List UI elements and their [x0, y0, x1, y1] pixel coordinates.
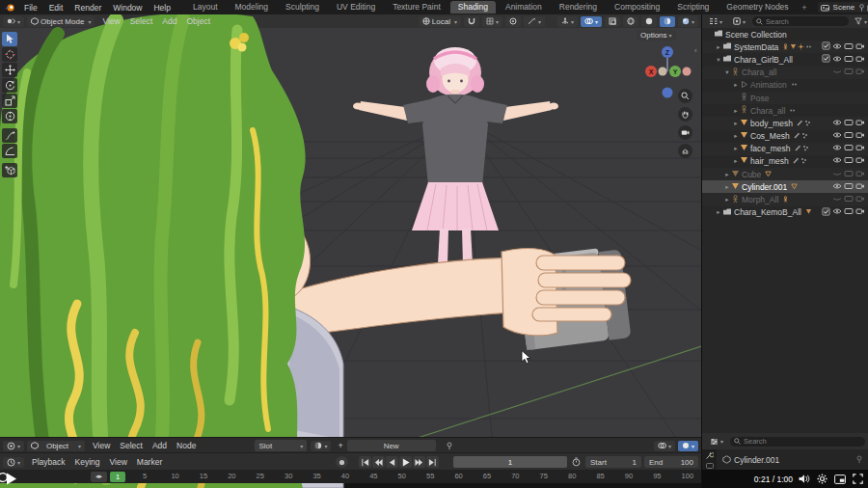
shader-preview-dropdown[interactable]: ▾ — [678, 441, 698, 451]
expand-chevron[interactable]: ▸ — [723, 183, 731, 191]
properties-search-input[interactable]: Search — [730, 437, 865, 447]
tab-compositing[interactable]: Compositing — [607, 1, 667, 14]
camera-toggle[interactable] — [855, 156, 865, 166]
jump-end-button[interactable] — [426, 456, 439, 468]
camera-toggle[interactable] — [855, 55, 865, 65]
outliner-row-chara-girlb-all[interactable]: ▾Chara_GirlB_All — [702, 53, 868, 66]
camera-toggle[interactable] — [855, 195, 865, 204]
tab-sculpting[interactable]: Sculpting — [278, 1, 327, 14]
tool-tab-icon[interactable] — [705, 451, 714, 460]
camera-toggle[interactable] — [855, 119, 865, 128]
tab-uv-editing[interactable]: UV Editing — [329, 1, 383, 14]
expand-chevron[interactable]: ▸ — [723, 171, 731, 178]
jump-start-button[interactable] — [359, 456, 371, 468]
outliner-row-body-mesh[interactable]: ▸body_mesh — [702, 117, 868, 129]
camera-toggle[interactable] — [855, 131, 865, 141]
move-tool[interactable] — [2, 63, 17, 77]
outliner-row-cos-mesh[interactable]: ▸Cos_Mesh — [702, 130, 868, 143]
screen-toggle[interactable] — [844, 207, 854, 217]
camera-view-icon[interactable] — [678, 125, 692, 140]
tab-rendering[interactable]: Rendering — [552, 1, 605, 14]
material-slot-dropdown[interactable]: Slot▾ — [255, 440, 307, 451]
measure-tool[interactable] — [2, 144, 17, 158]
tab-shading[interactable]: Shading — [450, 1, 496, 14]
outliner-row-chara-kemob-all[interactable]: ▸Chara_KemoB_All — [702, 206, 868, 219]
blender-logo-icon[interactable] — [4, 3, 15, 13]
expand-chevron[interactable]: ▸ — [732, 81, 740, 89]
camera-toggle[interactable] — [855, 170, 865, 179]
outliner-row-cylinder-001[interactable]: ▸Cylinder.001 — [702, 180, 868, 193]
filter-dropdown[interactable]: ▾ — [851, 16, 868, 27]
mode-dropdown[interactable]: Object Mode▾ — [27, 16, 95, 27]
outliner-display-mode-dropdown[interactable]: ▾ — [729, 16, 749, 27]
zoom-icon[interactable] — [678, 89, 692, 103]
outliner-row-hair-mesh[interactable]: ▸hair_mesh — [702, 155, 868, 168]
orthographic-grid-icon[interactable] — [678, 144, 692, 158]
current-frame-marker[interactable]: 1 — [110, 472, 125, 482]
sidebar-toggle-arrow[interactable]: ‹ — [694, 46, 697, 55]
options-dropdown[interactable]: Options▾ — [637, 30, 676, 41]
eye-closed-toggle[interactable] — [832, 68, 842, 77]
pin-material-icon[interactable] — [446, 442, 453, 450]
shading-solid-button[interactable] — [641, 16, 657, 27]
expand-chevron[interactable]: ▾ — [715, 56, 722, 64]
eye-toggle[interactable] — [832, 182, 842, 192]
shading-material-button[interactable] — [660, 16, 675, 27]
eye-toggle[interactable] — [832, 55, 842, 65]
expand-chevron[interactable]: ▸ — [723, 196, 731, 203]
scene-selector[interactable]: Scene × — [818, 2, 868, 13]
timeline-menu-marker[interactable]: Marker — [132, 457, 167, 467]
jump-keyframes-button[interactable]: ◂▸ — [91, 472, 107, 482]
tab-scripting[interactable]: Scripting — [669, 1, 717, 14]
overlays-dropdown[interactable]: ▾ — [581, 16, 602, 27]
eye-toggle[interactable] — [832, 144, 842, 153]
breadcrumb[interactable]: Cylinder.001 — [734, 455, 779, 465]
outliner-row-scene-collection[interactable]: Scene Collection — [702, 28, 868, 41]
eye-toggle[interactable] — [832, 207, 842, 217]
menu-window[interactable]: Window — [107, 3, 148, 13]
3d-viewport[interactable] — [0, 28, 701, 437]
stopwatch-icon[interactable] — [572, 457, 581, 467]
tab-geometry-nodes[interactable]: Geometry Nodes — [719, 1, 796, 14]
outliner-row-cube[interactable]: ▸Cube — [702, 168, 868, 180]
material-browse-dropdown[interactable]: ▾ — [311, 441, 331, 451]
add-workspace-button[interactable]: + — [798, 3, 812, 13]
outliner-row-systemdata[interactable]: ▸SystemData — [702, 41, 868, 53]
eye-toggle[interactable] — [832, 131, 842, 141]
snap-magnet-toggle[interactable] — [464, 16, 479, 27]
eye-closed-toggle[interactable] — [832, 195, 842, 204]
expand-chevron[interactable]: ▸ — [715, 208, 722, 216]
camera-toggle[interactable] — [855, 182, 865, 192]
volume-icon[interactable] — [799, 474, 810, 484]
properties-editor-type-dropdown[interactable]: ▾ — [706, 436, 727, 447]
fullscreen-icon[interactable] — [853, 474, 863, 484]
timeline-ruler[interactable]: ◂▸ 1 51015202530354045505560657075808590… — [0, 470, 701, 483]
expand-chevron[interactable]: ▸ — [732, 157, 740, 165]
shading-rendered-button[interactable]: ▾ — [678, 16, 698, 27]
screen-toggle[interactable] — [844, 119, 854, 128]
eye-toggle[interactable] — [832, 119, 842, 128]
screen-toggle[interactable] — [844, 131, 854, 141]
shader-menu-view[interactable]: View — [88, 441, 115, 450]
shader-menu-add[interactable]: Add — [148, 441, 172, 450]
timeline-menu-view[interactable]: View — [105, 457, 132, 467]
checkbox-toggle[interactable] — [822, 41, 830, 52]
timeline-editor-type-dropdown[interactable]: ▾ — [3, 457, 24, 468]
pan-hand-icon[interactable] — [678, 107, 692, 122]
screen-toggle[interactable] — [844, 170, 854, 179]
checkbox-toggle[interactable] — [822, 207, 830, 218]
shader-menu-node[interactable]: Node — [172, 441, 201, 450]
shader-menu-select[interactable]: Select — [115, 441, 148, 450]
viewport-menu-select[interactable]: Select — [125, 16, 158, 26]
outliner-row-chara-all[interactable]: ▾Chara_all — [702, 67, 868, 79]
outliner-row-chara-all[interactable]: ▸Chara_all — [702, 104, 868, 117]
screen-toggle[interactable] — [844, 68, 854, 77]
viewport-menu-object[interactable]: Object — [181, 16, 215, 26]
transform-orientation-dropdown[interactable]: Local▾ — [419, 16, 461, 27]
falloff-dropdown[interactable]: ▾ — [524, 16, 545, 27]
outliner-row-animation[interactable]: ▸Animation — [702, 79, 868, 92]
pin-icon[interactable] — [858, 4, 865, 12]
menu-file[interactable]: File — [18, 3, 43, 13]
tab-texture-paint[interactable]: Texture Paint — [385, 1, 448, 14]
outliner-row-pose[interactable]: Pose — [702, 92, 868, 104]
